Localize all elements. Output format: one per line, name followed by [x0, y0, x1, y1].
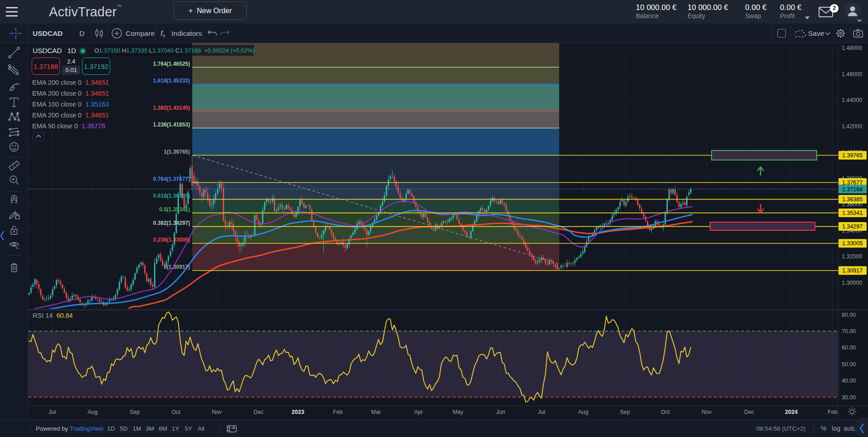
svg-text:Jul: Jul	[49, 409, 56, 415]
svg-text:1.35341: 1.35341	[842, 210, 863, 216]
svg-text:0.382(1.34297): 0.382(1.34297)	[153, 220, 190, 226]
svg-text:Dec: Dec	[254, 409, 263, 415]
svg-text:Feb: Feb	[828, 409, 838, 415]
svg-text:Oct: Oct	[661, 409, 670, 415]
svg-text:Aug: Aug	[88, 409, 98, 415]
svg-text:Nov: Nov	[702, 409, 712, 415]
svg-text:0.5(1.35341): 0.5(1.35341)	[159, 206, 190, 213]
svg-text:1.48000: 1.48000	[842, 45, 862, 51]
svg-text:May: May	[453, 409, 463, 415]
svg-text:Mar: Mar	[371, 409, 381, 415]
svg-text:0(1.30917): 0(1.30917)	[164, 264, 190, 270]
svg-text:2024: 2024	[785, 409, 798, 415]
svg-text:Aug: Aug	[578, 409, 588, 415]
svg-text:1.236(1.41853): 1.236(1.41853)	[153, 121, 190, 128]
svg-text:40.00: 40.00	[842, 378, 856, 384]
svg-text:60.00: 60.00	[842, 345, 856, 351]
svg-text:1.30917: 1.30917	[842, 267, 863, 274]
svg-text:Jun: Jun	[496, 409, 505, 415]
svg-text:1.30000: 1.30000	[842, 280, 862, 286]
svg-text:1.34297: 1.34297	[842, 223, 863, 230]
svg-text:50.00: 50.00	[842, 361, 856, 368]
svg-text:0.764(1.37677): 0.764(1.37677)	[153, 176, 190, 182]
svg-text:0.618(1.36385): 0.618(1.36385)	[153, 193, 190, 199]
svg-text:1.39765: 1.39765	[842, 152, 863, 159]
svg-text:1.32000: 1.32000	[842, 253, 862, 260]
svg-text:Oct: Oct	[171, 409, 180, 415]
svg-text:0.236(1.33005): 0.236(1.33005)	[153, 237, 190, 243]
svg-text:1.42000: 1.42000	[842, 123, 862, 130]
svg-text:30.00: 30.00	[842, 394, 856, 401]
svg-text:Sep: Sep	[620, 409, 630, 415]
svg-text:Nov: Nov	[212, 409, 222, 415]
svg-text:Feb: Feb	[333, 409, 343, 415]
svg-text:1.37168: 1.37168	[842, 186, 863, 193]
svg-text:2023: 2023	[292, 409, 304, 415]
svg-text:1.33005: 1.33005	[842, 240, 863, 247]
svg-text:1.382(1.43145): 1.382(1.43145)	[153, 105, 190, 111]
svg-text:70.00: 70.00	[842, 328, 856, 335]
svg-text:1.46000: 1.46000	[842, 71, 862, 78]
svg-text:1(1.39765): 1(1.39765)	[164, 149, 190, 155]
svg-text:1.618(1.45233): 1.618(1.45233)	[153, 78, 190, 84]
svg-text:80.00: 80.00	[842, 312, 856, 318]
svg-text:Sep: Sep	[130, 409, 140, 415]
svg-text:Dec: Dec	[744, 409, 754, 415]
svg-text:Apr: Apr	[414, 409, 423, 415]
svg-text:1.764(1.46525): 1.764(1.46525)	[153, 61, 190, 67]
svg-text:Jul: Jul	[538, 409, 545, 415]
svg-text:1.36385: 1.36385	[842, 196, 863, 203]
svg-text:1.44000: 1.44000	[842, 97, 862, 103]
